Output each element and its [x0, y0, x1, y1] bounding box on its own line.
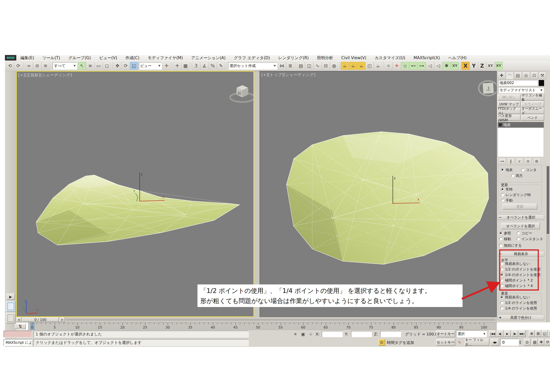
- render-production-icon[interactable]: ☕: [357, 62, 365, 70]
- modifier-button-4[interactable]: FFD(ボックス): [498, 108, 521, 114]
- viewcube-top[interactable]: 上: [479, 81, 496, 96]
- tab-utilities[interactable]: ⚒: [538, 72, 546, 79]
- make-unique-icon[interactable]: ⋎: [516, 158, 523, 164]
- menu-item-1[interactable]: ツール(T): [38, 55, 64, 61]
- radio-rg-vertical-0[interactable]: 簡易表示しない: [500, 295, 530, 300]
- selection-filter-dropdown[interactable]: すべて▼: [53, 62, 77, 70]
- track-bar[interactable]: 0510152025303540455055606570758085909510…: [28, 322, 497, 330]
- select-and-scale-icon[interactable]: ◱: [130, 62, 138, 70]
- menu-item-13[interactable]: ヘルプ(H): [444, 55, 471, 61]
- menu-item-8[interactable]: レンダリング(R): [274, 55, 313, 61]
- menu-item-11[interactable]: カスタマイズ(U): [370, 55, 409, 61]
- named-selection-combo[interactable]: 選択セット作成▼: [228, 62, 277, 70]
- configure-modifier-sets-icon[interactable]: ⊞: [533, 158, 540, 164]
- set-key-button[interactable]: セットキー: [436, 339, 455, 346]
- maxscript-listener-box[interactable]: MAXScript によう: [4, 339, 32, 346]
- select-object-icon[interactable]: ↖: [78, 62, 86, 70]
- radio-rg-vertical-1[interactable]: 1/2 のラインを使用: [500, 301, 537, 305]
- snap-point-icon[interactable]: ▫: [401, 62, 409, 70]
- modifier-button-7[interactable]: ベンド: [521, 115, 544, 121]
- trackbar-toggle-icon[interactable]: ⇅: [15, 324, 26, 329]
- pin-stack-icon[interactable]: ⊶: [499, 158, 506, 164]
- viewport-front[interactable]: [+][正投影][シェーディング] z x y: [16, 71, 254, 317]
- radio-rg-surface-0[interactable]: 地表: [501, 168, 513, 172]
- key-tangent-icon[interactable]: ∿: [456, 339, 463, 345]
- snap-midpoint-icon[interactable]: ⊶: [418, 62, 426, 70]
- time-configuration-icon[interactable]: ⊙: [524, 339, 530, 346]
- menu-item-6[interactable]: アニメーション(A): [187, 55, 230, 61]
- panel-scrollbar-thumb[interactable]: [547, 166, 549, 234]
- tab-create[interactable]: ✚: [498, 72, 505, 79]
- time-tag-icon[interactable]: ⊙: [378, 339, 385, 346]
- radio-rg-vertical-2[interactable]: 1/4 のラインを使用: [500, 306, 537, 311]
- snap-toggle-icon[interactable]: 3: [192, 62, 200, 70]
- select-and-link-icon[interactable]: ∞: [25, 62, 33, 70]
- snap-center-icon[interactable]: ✛: [393, 62, 401, 70]
- viewport-layout-tab-2[interactable]: [6, 313, 15, 324]
- layer-manager-icon[interactable]: ▤: [297, 62, 305, 70]
- visibility-icon[interactable]: [499, 123, 502, 126]
- radio-rg-operand-1[interactable]: コピー: [517, 231, 532, 235]
- modifier-button-6[interactable]: パス変形 (WSM: [498, 115, 521, 121]
- redo-icon[interactable]: ⟳: [14, 62, 22, 70]
- current-frame-field[interactable]: 0: [500, 339, 519, 346]
- pan-icon[interactable]: ✥: [538, 339, 544, 345]
- material-editor-icon[interactable]: ◍: [330, 62, 338, 70]
- radio-rg-update-0[interactable]: 常時: [501, 187, 513, 192]
- menu-item-5[interactable]: モディファイヤ(M): [144, 55, 187, 61]
- show-end-result-icon[interactable]: ‖: [508, 158, 514, 164]
- tab-modify[interactable]: ◠: [506, 72, 514, 79]
- snap-xy-plane-icon[interactable]: XY: [451, 62, 459, 70]
- snap-segment-icon[interactable]: ⊷: [409, 62, 417, 70]
- radio-rg-surface-1[interactable]: コンタ: [521, 168, 537, 172]
- zoom-all-icon[interactable]: ⊞: [535, 330, 541, 337]
- next-frame-arrow[interactable]: >: [59, 317, 65, 322]
- menu-item-4[interactable]: 作成(C): [121, 55, 144, 61]
- next-frame-button[interactable]: |▶: [511, 330, 518, 337]
- angle-snap-icon[interactable]: ∡: [200, 62, 208, 70]
- select-and-rotate-icon[interactable]: ⟳: [122, 62, 130, 70]
- axis-x-button[interactable]: X: [461, 62, 469, 70]
- tab-display[interactable]: ⊡: [530, 72, 538, 79]
- selection-lock-icon[interactable]: ▣: [300, 331, 306, 337]
- radio-rg-operand-2[interactable]: 移動: [499, 237, 511, 241]
- rendered-frame-icon[interactable]: ☕: [349, 62, 357, 70]
- radio-rg-operand-0[interactable]: 参照: [499, 231, 511, 235]
- undo-icon[interactable]: ⟲: [6, 62, 14, 70]
- previous-frame-arrow[interactable]: <: [16, 317, 22, 322]
- coord-z-field[interactable]: [380, 331, 401, 337]
- key-filters-button[interactable]: キー フィルタ...: [465, 339, 489, 346]
- grid-snap-icon[interactable]: ⌗: [384, 62, 392, 70]
- use-pivot-center-icon[interactable]: ✛: [163, 62, 171, 70]
- update-button[interactable]: 更新: [502, 204, 537, 210]
- add-time-tag-label[interactable]: 時間タグを追加: [387, 339, 414, 346]
- go-to-start-button[interactable]: |◀◀: [489, 330, 496, 337]
- snap-normal-icon[interactable]: ◁: [426, 62, 434, 70]
- axis-y-button[interactable]: Y: [470, 62, 478, 70]
- viewport-layout-tab-1[interactable]: [6, 301, 15, 312]
- tab-hierarchy[interactable]: ▤: [514, 72, 522, 79]
- align-icon[interactable]: ≣: [286, 62, 294, 70]
- radio-rg-operand-3[interactable]: インスタンス: [517, 237, 543, 241]
- viewport-divider[interactable]: [254, 71, 260, 317]
- bind-to-space-warp-icon[interactable]: ≋: [42, 62, 49, 70]
- app-logo[interactable]: MXD: [5, 55, 16, 61]
- menu-item-7[interactable]: グラフ エディタ(D): [230, 55, 274, 61]
- modifier-button-1[interactable]: ポリゴンを編集: [521, 94, 544, 100]
- render-setup-icon[interactable]: ☕: [341, 62, 349, 70]
- select-and-manipulate-icon[interactable]: ✛: [173, 62, 181, 70]
- key-step-button[interactable]: ◀▶: [491, 339, 499, 346]
- time-slider-channel[interactable]: [66, 319, 495, 321]
- frame-spinner[interactable]: ▲▼: [519, 339, 522, 346]
- previous-frame-button[interactable]: ◀|: [496, 330, 503, 337]
- schematic-view-icon[interactable]: ⊟: [322, 62, 330, 70]
- select-by-name-icon[interactable]: ≡: [86, 62, 94, 70]
- object-color-swatch[interactable]: [539, 80, 544, 86]
- select-and-move-icon[interactable]: ✥: [113, 62, 121, 70]
- modifier-button-0[interactable]: 押し出し: [498, 94, 521, 100]
- quick-render-icon[interactable]: ☕: [374, 62, 382, 70]
- remove-modifier-icon[interactable]: ⊖: [525, 158, 531, 164]
- menu-item-9[interactable]: 照明分析: [313, 55, 337, 61]
- viewcube-front[interactable]: 前: [230, 85, 253, 102]
- auto-key-button[interactable]: オートキー: [436, 330, 455, 337]
